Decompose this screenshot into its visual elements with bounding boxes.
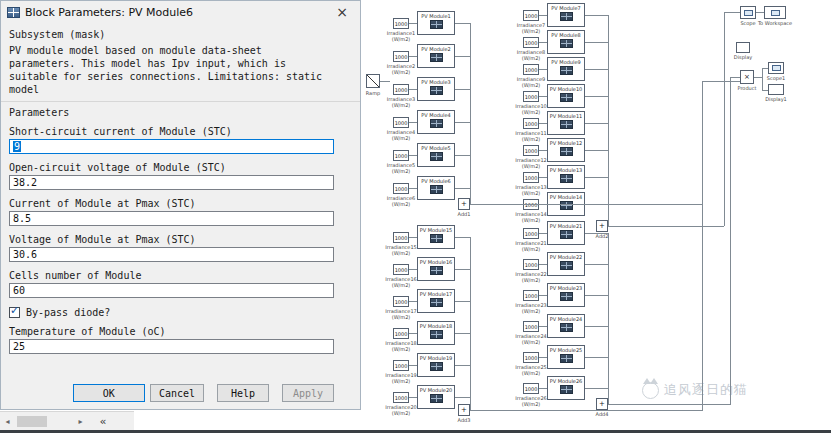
pv-module-label: PV Module23 (548, 285, 584, 291)
signal-wire (409, 397, 417, 398)
pv-module-block[interactable]: PV Module6 (417, 176, 455, 200)
pv-module-block[interactable]: PV Module22 (547, 252, 585, 276)
pv-module-block[interactable]: PV Module25 (547, 345, 585, 369)
pv-module-block[interactable]: PV Module23 (547, 283, 585, 307)
pv-module-block[interactable]: PV Module1 (417, 11, 455, 35)
irradiance-constant-block[interactable]: 1000 (393, 392, 409, 403)
cancel-button[interactable]: Cancel (150, 384, 204, 402)
scrollbar-thumb[interactable] (17, 416, 47, 427)
pv-module-block[interactable]: PV Module9 (547, 57, 585, 81)
pv-module-block[interactable]: PV Module10 (547, 84, 585, 108)
irradiance-constant-block[interactable]: 1000 (393, 264, 409, 275)
irradiance-constant-block[interactable]: 1000 (393, 117, 409, 128)
dialog-titlebar[interactable]: Block Parameters: PV Module6 × (1, 1, 360, 23)
horizontal-scrollbar-area: ◂ ▸ « (0, 411, 134, 430)
pv-module-block[interactable]: PV Module4 (417, 110, 455, 134)
pv-module-block[interactable]: PV Module12 (547, 138, 585, 162)
irradiance-constant-block[interactable]: 1000 (523, 37, 539, 48)
irradiance-constant-block[interactable]: 1000 (393, 18, 409, 29)
parameter-input[interactable]: 60 (9, 283, 334, 298)
irradiance-constant-block[interactable]: 1000 (523, 352, 539, 363)
irradiance-constant-block[interactable]: 1000 (523, 145, 539, 156)
scope-block[interactable] (740, 6, 756, 19)
ok-button[interactable]: OK (73, 384, 145, 402)
pv-module-block[interactable]: PV Module3 (417, 77, 455, 101)
parameter-input[interactable]: 9 (9, 139, 334, 154)
irradiance-constant-block[interactable]: 1000 (523, 10, 539, 21)
sum-block[interactable]: + (596, 220, 608, 232)
sum-block[interactable]: + (596, 398, 608, 410)
sum-block[interactable]: + (458, 198, 470, 210)
irradiance-constant-block[interactable]: 1000 (393, 296, 409, 307)
scroll-left-icon[interactable]: ◂ (0, 414, 15, 429)
pv-module-block[interactable]: PV Module5 (417, 143, 455, 167)
pv-module-block[interactable]: PV Module7 (547, 3, 585, 27)
irradiance-constant-block[interactable]: 1000 (393, 84, 409, 95)
irradiance-constant-block[interactable]: 1000 (393, 183, 409, 194)
parameter-input[interactable]: 8.5 (9, 211, 334, 226)
pv-module-block[interactable]: PV Module19 (417, 353, 455, 377)
irradiance-constant-block[interactable]: 1000 (523, 118, 539, 129)
signal-wire (585, 150, 608, 151)
irradiance-unit-label: (W/m2) (514, 163, 548, 169)
irradiance-unit-label: (W/m2) (514, 136, 548, 142)
irradiance-constant-block[interactable]: 1000 (393, 150, 409, 161)
pv-module-block[interactable]: PV Module18 (417, 321, 455, 345)
irradiance-constant-block[interactable]: 1000 (523, 172, 539, 183)
signal-wire (608, 226, 724, 227)
sum-block[interactable]: + (458, 404, 470, 416)
pv-module-block[interactable]: PV Module15 (417, 225, 455, 249)
pv-panel-icon (560, 201, 573, 210)
irradiance-constant-block[interactable]: 1000 (523, 383, 539, 394)
parameter-input[interactable]: 38.2 (9, 175, 334, 190)
pv-panel-icon (560, 323, 573, 332)
scope1-block[interactable] (768, 62, 784, 74)
parameter-input[interactable]: 30.6 (9, 247, 334, 262)
irradiance-constant-block[interactable]: 1000 (523, 321, 539, 332)
pv-module-block[interactable]: PV Module26 (547, 376, 585, 400)
pv-module-block[interactable]: PV Module2 (417, 44, 455, 68)
irradiance-constant-block[interactable]: 1000 (523, 228, 539, 239)
pv-module-block[interactable]: PV Module8 (547, 30, 585, 54)
irradiance-constant-block[interactable]: 1000 (523, 290, 539, 301)
pv-panel-icon (560, 385, 573, 394)
signal-wire (409, 301, 417, 302)
collapse-panel-icon[interactable]: « (94, 413, 112, 429)
pv-module-block[interactable]: PV Module13 (547, 165, 585, 189)
pv-module-block[interactable]: PV Module17 (417, 289, 455, 313)
irradiance-constant-block[interactable]: 1000 (393, 360, 409, 371)
signal-wire (539, 69, 547, 70)
irradiance-unit-label: (W/m2) (384, 36, 418, 42)
irradiance-constant-block[interactable]: 1000 (523, 91, 539, 102)
irradiance-constant-block[interactable]: 1000 (523, 259, 539, 270)
irradiance-constant-block[interactable]: 1000 (393, 328, 409, 339)
scroll-right-icon[interactable]: ▸ (73, 414, 88, 429)
signal-wire (470, 204, 702, 205)
display1-block[interactable] (768, 84, 784, 95)
pv-module-label: PV Module24 (548, 316, 584, 322)
to-workspace-block[interactable] (764, 6, 786, 19)
irradiance-constant-block[interactable]: 1000 (393, 232, 409, 243)
dialog-title: Block Parameters: PV Module6 (25, 6, 330, 19)
scrollbar-track[interactable] (15, 415, 73, 428)
pv-module-block[interactable]: PV Module20 (417, 385, 455, 409)
close-icon[interactable]: × (330, 4, 354, 20)
watermark: 追风逐日的猫 (642, 381, 748, 399)
parameter-input[interactable]: 25 (9, 339, 334, 354)
signal-wire (539, 357, 547, 358)
ramp-source-block[interactable] (366, 74, 380, 88)
apply-button[interactable]: Apply (282, 384, 334, 402)
display-block[interactable] (736, 42, 750, 53)
irradiance-constant-block[interactable]: 1000 (393, 51, 409, 62)
bypass-diode-checkbox[interactable]: ✓ (9, 307, 20, 318)
pv-module-block[interactable]: PV Module11 (547, 111, 585, 135)
checkbox-label: By-pass diode? (26, 307, 110, 318)
help-button[interactable]: Help (217, 384, 269, 402)
product-block[interactable]: × (740, 70, 754, 84)
simulink-model-canvas[interactable]: 追风逐日的猫 1000Irradiance1(W/m2)PV Module110… (362, 0, 831, 430)
pv-module-block[interactable]: PV Module16 (417, 257, 455, 281)
irradiance-unit-label: (W/m2) (514, 370, 548, 376)
pv-module-block[interactable]: PV Module21 (547, 221, 585, 245)
pv-module-block[interactable]: PV Module24 (547, 314, 585, 338)
irradiance-constant-block[interactable]: 1000 (523, 64, 539, 75)
